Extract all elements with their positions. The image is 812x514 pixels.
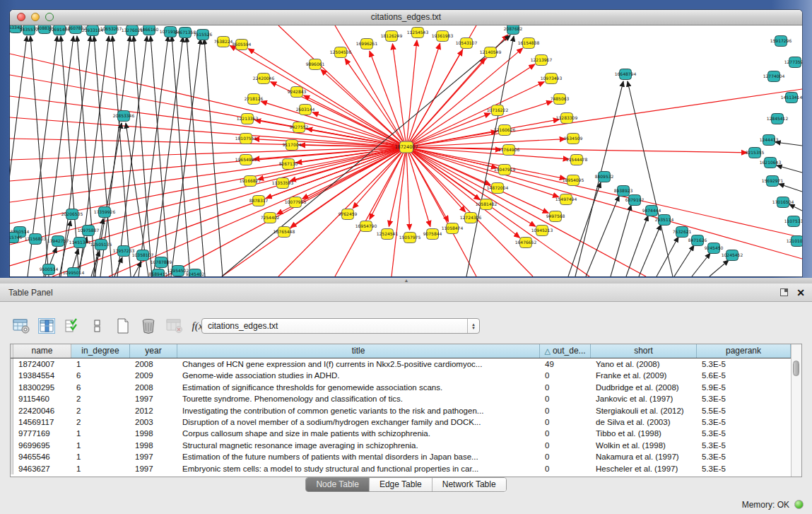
graph-node[interactable]: 17764906 bbox=[498, 145, 520, 156]
graph-node[interactable]: 7632621 bbox=[673, 227, 692, 238]
table-row[interactable]: 1456911722003Disruption of a novel membe… bbox=[11, 416, 791, 428]
scrollbar-thumb[interactable] bbox=[793, 361, 799, 376]
graph-node[interactable]: 8878317 bbox=[249, 196, 269, 206]
table-row[interactable]: 1830029562008Estimation of significance … bbox=[11, 382, 791, 393]
graph-node[interactable]: 8267130 bbox=[279, 159, 298, 170]
graph-node[interactable]: 12845412 bbox=[767, 114, 789, 124]
graph-node[interactable]: 7515526 bbox=[194, 30, 213, 40]
graph-node[interactable]: 10995014 bbox=[63, 268, 85, 277]
graph-node[interactable]: 12774004 bbox=[763, 71, 785, 82]
graph-node[interactable]: 9500514 bbox=[40, 264, 59, 275]
minimize-window-icon[interactable] bbox=[31, 13, 40, 21]
graph-node[interactable]: 12140549 bbox=[480, 47, 502, 58]
graph-node[interactable]: 6466160 bbox=[140, 25, 159, 35]
graph-node[interactable]: 10716222 bbox=[487, 105, 509, 116]
network-view[interactable]: 8633404943557219088379206914061160783220… bbox=[10, 25, 802, 276]
graph-node[interactable]: 11156803 bbox=[25, 234, 47, 245]
graph-node[interactable]: 11283309 bbox=[556, 113, 578, 124]
graph-node[interactable]: 8409532 bbox=[595, 172, 614, 182]
graph-node[interactable]: 18126249 bbox=[381, 31, 403, 42]
graph-node[interactable]: 12213363 bbox=[237, 114, 259, 124]
graph-node[interactable]: 8471626 bbox=[688, 235, 707, 246]
graph-node[interactable]: 1244413 bbox=[760, 135, 779, 146]
new-table-icon[interactable] bbox=[114, 317, 131, 334]
graph-node[interactable]: 16996261 bbox=[356, 39, 378, 49]
graph-node[interactable]: 2935114 bbox=[655, 215, 674, 226]
graph-node[interactable]: 12213967 bbox=[531, 55, 553, 66]
graph-node[interactable]: 9497568 bbox=[546, 211, 565, 222]
graph-node[interactable]: 20206535 bbox=[61, 209, 83, 220]
graph-node[interactable]: 11544478 bbox=[566, 155, 588, 165]
graph-node[interactable]: 15047919 bbox=[494, 165, 516, 175]
column-chooser-icon[interactable] bbox=[38, 317, 55, 334]
graph-node[interactable]: 14513414 bbox=[781, 93, 802, 103]
graph-node[interactable]: 7638224 bbox=[214, 37, 233, 47]
graph-node[interactable]: 10543107 bbox=[456, 38, 478, 49]
table-row[interactable]: 977716911998Corpus callosum shape and si… bbox=[11, 428, 791, 439]
graph-node[interactable]: 7485063 bbox=[551, 94, 570, 105]
graph-node[interactable]: 12773594 bbox=[784, 57, 802, 68]
graph-node[interactable]: 17359926 bbox=[94, 207, 116, 218]
column-header-out_de[interactable]: △out_de... bbox=[540, 344, 591, 358]
graph-node[interactable]: 9245450 bbox=[705, 243, 724, 254]
vertical-scrollbar[interactable] bbox=[791, 344, 801, 477]
graph-node[interactable]: 10245452 bbox=[722, 250, 743, 261]
graph-node[interactable]: 12101062 bbox=[787, 236, 802, 247]
graph-node[interactable]: 11254543 bbox=[407, 28, 429, 38]
dropdown-stepper-icon[interactable]: ▴▾ bbox=[467, 319, 479, 333]
table-row[interactable]: 969969511998Structural magnetic resonanc… bbox=[11, 440, 791, 451]
table-row[interactable]: 946554611997Estimation of the future num… bbox=[11, 451, 791, 462]
window-title-bar[interactable]: citations_edges.txt bbox=[10, 10, 802, 25]
table-row[interactable]: 2242004622012Investigating the contribut… bbox=[11, 405, 791, 416]
graph-node[interactable]: 18954095 bbox=[563, 175, 584, 186]
graph-node[interactable]: 16210643 bbox=[760, 158, 782, 168]
graph-node[interactable]: 20853346 bbox=[113, 111, 135, 122]
graph-node[interactable]: 8215355 bbox=[746, 148, 765, 158]
close-window-icon[interactable] bbox=[17, 13, 25, 21]
graph-node[interactable]: 15692971 bbox=[762, 176, 784, 187]
tab-edge-table[interactable]: Edge Table bbox=[370, 478, 433, 491]
graph-node[interactable]: 19654985 bbox=[235, 155, 257, 165]
graph-node[interactable]: 12524541 bbox=[377, 229, 399, 240]
graph-node[interactable]: 9762459 bbox=[339, 209, 358, 220]
graph-node[interactable]: 2087682 bbox=[504, 25, 523, 35]
panel-splitter[interactable]: ▲ bbox=[0, 278, 812, 284]
graph-node[interactable]: 9896061 bbox=[306, 59, 325, 70]
table-row[interactable]: 1938455462009Genome-wide association stu… bbox=[11, 370, 791, 381]
column-header-name[interactable]: name bbox=[13, 344, 71, 358]
graph-node[interactable]: 16648794 bbox=[615, 69, 637, 80]
graph-svg[interactable]: 8633404943557219088379206914061160783220… bbox=[10, 25, 802, 276]
graph-node[interactable]: 16954790 bbox=[355, 221, 377, 232]
rows-icon[interactable] bbox=[89, 317, 106, 334]
tab-node-table[interactable]: Node Table bbox=[306, 478, 370, 491]
graph-node[interactable]: 11451341 bbox=[69, 238, 91, 248]
delete-icon[interactable] bbox=[140, 317, 157, 334]
graph-node[interactable]: 16154838 bbox=[518, 38, 540, 49]
column-header-year[interactable]: year bbox=[130, 344, 177, 358]
graph-node[interactable]: 6879197 bbox=[625, 195, 645, 206]
graph-node[interactable]: 8938923 bbox=[614, 186, 633, 197]
table-row[interactable]: 946362711997Embryonic stem cells: a mode… bbox=[11, 463, 791, 474]
graph-node[interactable]: 15497494 bbox=[555, 194, 577, 205]
table-selector-dropdown[interactable]: citations_edges.txt ▴▾ bbox=[201, 318, 480, 334]
graph-node[interactable]: 9075844 bbox=[423, 229, 442, 240]
float-panel-icon[interactable] bbox=[780, 288, 788, 296]
row-select-icon[interactable] bbox=[64, 317, 81, 334]
column-header-pagerank[interactable]: pagerank bbox=[697, 344, 791, 358]
graph-node[interactable]: 15917296 bbox=[770, 36, 792, 47]
zoom-window-icon[interactable] bbox=[45, 13, 54, 21]
table-row[interactable]: 1872400712008Changes of HCN gene express… bbox=[11, 358, 791, 370]
table-row[interactable]: 911546021997Tourette syndrome. Phenomeno… bbox=[11, 393, 791, 404]
graph-node[interactable]: 19166827 bbox=[240, 176, 261, 187]
splitter-handle-icon[interactable]: ▲ bbox=[403, 278, 410, 284]
column-header-short[interactable]: short bbox=[591, 344, 697, 358]
graph-node[interactable]: 17016504 bbox=[772, 197, 794, 208]
graph-node[interactable]: 16765448 bbox=[273, 227, 295, 238]
column-header-in_degree[interactable]: in_degree bbox=[71, 344, 130, 358]
graph-node[interactable]: 10653267 bbox=[100, 25, 122, 35]
graph-node[interactable]: 11058474 bbox=[442, 223, 464, 234]
graph-node[interactable]: 1107533 bbox=[784, 216, 802, 227]
graph-node[interactable]: 15057975 bbox=[399, 233, 421, 243]
graph-node[interactable]: 16476652 bbox=[515, 238, 537, 248]
tab-network-table[interactable]: Network Table bbox=[433, 478, 506, 491]
